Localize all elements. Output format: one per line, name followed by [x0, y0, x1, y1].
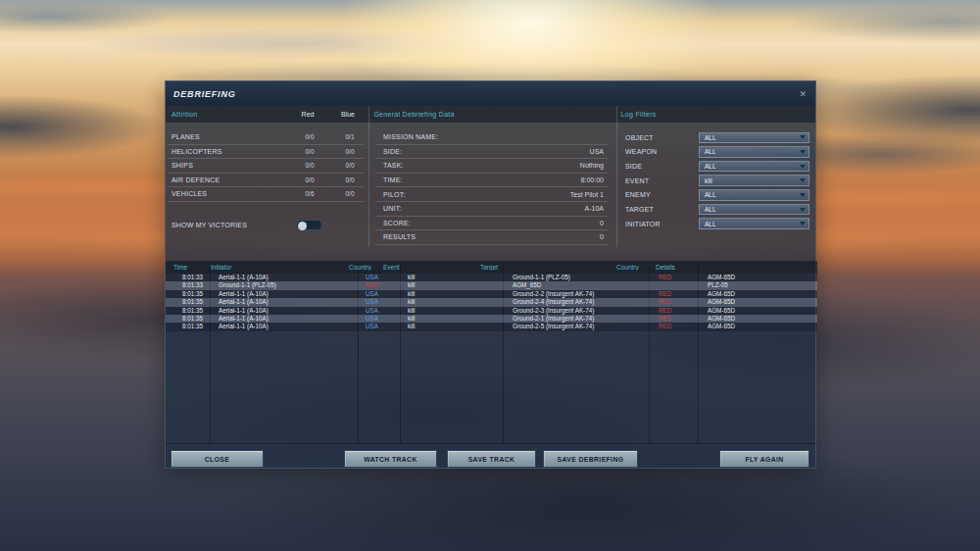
toggle-knob [298, 222, 307, 230]
log-filter-dropdown[interactable]: ALL [699, 218, 809, 229]
attrition-red-value: 0/6 [290, 190, 329, 197]
log-filter-label: OBJECT [616, 134, 699, 141]
attrition-table: PLANES 0/0 0/1 HELICOPTERS 0/0 0/0 SHIPS… [166, 130, 368, 202]
event-log-table: Time Initiator Country Event Target Coun… [166, 261, 817, 444]
log-cell-time: 8:01:33 [166, 274, 210, 281]
log-filter-dropdown[interactable]: kill [699, 175, 809, 186]
general-data-label: RESULTS [375, 233, 416, 240]
log-cell-country-2: RED [649, 298, 698, 306]
chevron-down-icon [800, 222, 806, 225]
general-data-label: SCORE: [375, 220, 411, 226]
chevron-down-icon [800, 178, 806, 182]
log-cell-event: kill [400, 290, 503, 298]
watch-track-button[interactable]: WATCH TRACK [344, 450, 437, 468]
general-data-label: PILOT: [375, 191, 406, 198]
filters-header-cell: Log Filters [615, 106, 815, 123]
event-log-rows: 8:01:33 Aerial-1-1 (A-10A) USA kill Grou… [166, 274, 817, 331]
log-cell-country-2: RED [649, 290, 698, 298]
general-data-value: 0 [600, 233, 608, 240]
log-filter-row: WEAPON ALL [616, 145, 817, 160]
log-filter-row: TARGET ALL [616, 202, 817, 217]
log-cell-target: Ground-2-1 (Insurgent AK-74) [503, 315, 649, 323]
log-cell-country: RED [358, 281, 400, 289]
log-filter-dropdown[interactable]: ALL [699, 189, 809, 201]
save-track-button[interactable]: SAVE TRACK [447, 450, 536, 468]
log-cell-target: AGM_65D [503, 281, 649, 289]
log-cell-event: kill [400, 298, 503, 306]
attrition-section-title: Attrition [166, 111, 197, 118]
column-header-details: Details [646, 264, 756, 271]
fly-again-button[interactable]: FLY AGAIN [719, 450, 809, 468]
general-data-row: MISSION NAME: [375, 130, 608, 145]
log-cell-country-2: RED [649, 274, 698, 281]
log-filter-label: EVENT [616, 177, 699, 184]
general-data-row: SCORE: 0 [375, 217, 608, 231]
attrition-red-value: 0/0 [290, 148, 329, 155]
log-row[interactable]: 8:01:33 Ground-1-1 (PLZ-05) RED kill AGM… [166, 281, 817, 289]
attrition-blue-value: 0/1 [330, 133, 369, 140]
log-filter-dropdown[interactable]: ALL [699, 161, 809, 173]
column-header-event: Event [375, 264, 470, 271]
log-cell-target: Ground-2-2 (Insurgent AK-74) [503, 290, 649, 298]
show-my-victories-label: SHOW MY VICTORIES [166, 222, 368, 228]
chevron-down-icon [800, 193, 806, 197]
log-cell-time: 8:01:35 [166, 298, 210, 306]
general-data-label: TIME: [375, 176, 403, 183]
dialog-title: DEBRIEFING [166, 89, 236, 99]
log-filter-dropdown[interactable]: ALL [699, 204, 809, 216]
log-row[interactable]: 8:01:35 Aerial-1-1 (A-10A) USA kill Grou… [166, 315, 817, 323]
event-log-header-row: Time Initiator Country Event Target Coun… [166, 261, 817, 274]
log-cell-target: Ground-2-4 (Insurgent AK-74) [503, 298, 649, 306]
log-row[interactable]: 8:01:33 Aerial-1-1 (A-10A) USA kill Grou… [166, 274, 817, 281]
log-cell-country: USA [358, 274, 400, 281]
general-data-row: RESULTS 0 [375, 230, 608, 245]
log-filter-selected-value: ALL [700, 191, 716, 198]
attrition-blue-value: 0/0 [330, 148, 369, 155]
close-button[interactable]: CLOSE [171, 450, 264, 468]
chevron-down-icon [800, 208, 806, 212]
show-my-victories-toggle[interactable] [296, 220, 322, 230]
attrition-header-cell: Attrition Red Blue [166, 106, 368, 123]
general-data-label: MISSION NAME: [375, 133, 438, 140]
log-row[interactable]: 8:01:35 Aerial-1-1 (A-10A) USA kill Grou… [166, 290, 817, 298]
log-filter-selected-value: ALL [700, 148, 716, 155]
log-cell-time: 8:01:35 [166, 290, 210, 298]
attrition-blue-column-header: Blue [328, 111, 368, 118]
log-filter-dropdown[interactable]: ALL [699, 146, 809, 158]
log-filter-row: EVENT kill [616, 174, 817, 188]
close-icon[interactable]: ✕ [790, 87, 815, 101]
log-cell-country: USA [358, 298, 400, 306]
log-cell-country-2: RED [649, 315, 698, 323]
chevron-down-icon [800, 135, 806, 139]
log-filter-row: ENEMY ALL [616, 188, 817, 203]
general-data-value: A-10A [585, 205, 608, 212]
save-debriefing-button[interactable]: SAVE DEBRIEFING [543, 450, 638, 468]
general-data-label: UNIT: [375, 205, 402, 212]
attrition-red-value: 0/0 [290, 133, 329, 140]
log-cell-event: kill [400, 315, 503, 323]
log-cell-details: AGM-65D [698, 298, 817, 306]
log-cell-time: 8:01:33 [166, 281, 210, 289]
log-cell-details: AGM-65D [698, 315, 817, 323]
general-data-row: PILOT: Test Pilot 1 [375, 187, 608, 202]
log-cell-country-2: RED [649, 323, 698, 330]
dialog-titlebar: DEBRIEFING ✕ [166, 81, 815, 106]
log-row[interactable]: 8:01:35 Aerial-1-1 (A-10A) USA kill Grou… [166, 323, 817, 330]
log-cell-initiator: Ground-1-1 (PLZ-05) [210, 281, 358, 289]
log-cell-country-2: RED [649, 307, 698, 315]
log-filter-dropdown[interactable]: ALL [699, 132, 809, 144]
log-row[interactable]: 8:01:35 Aerial-1-1 (A-10A) USA kill Grou… [166, 307, 817, 315]
log-cell-initiator: Aerial-1-1 (A-10A) [210, 323, 358, 330]
log-cell-time: 8:01:35 [166, 307, 210, 315]
log-filter-label: WEAPON [616, 148, 699, 155]
log-filter-selected-value: ALL [700, 206, 716, 213]
general-data-value: Test Pilot 1 [570, 191, 608, 198]
log-cell-details: AGM-65D [698, 274, 817, 281]
log-row[interactable]: 8:01:35 Aerial-1-1 (A-10A) USA kill Grou… [166, 298, 817, 306]
log-cell-details: AGM-65D [698, 290, 817, 298]
attrition-red-value: 0/0 [290, 162, 329, 169]
log-filter-label: SIDE [616, 163, 699, 170]
log-cell-target: Ground-2-5 (Insurgent AK-74) [503, 323, 649, 330]
dialog-footer: CLOSE WATCH TRACK SAVE TRACK SAVE DEBRIE… [166, 450, 815, 468]
log-cell-details: AGM-65D [698, 323, 817, 330]
